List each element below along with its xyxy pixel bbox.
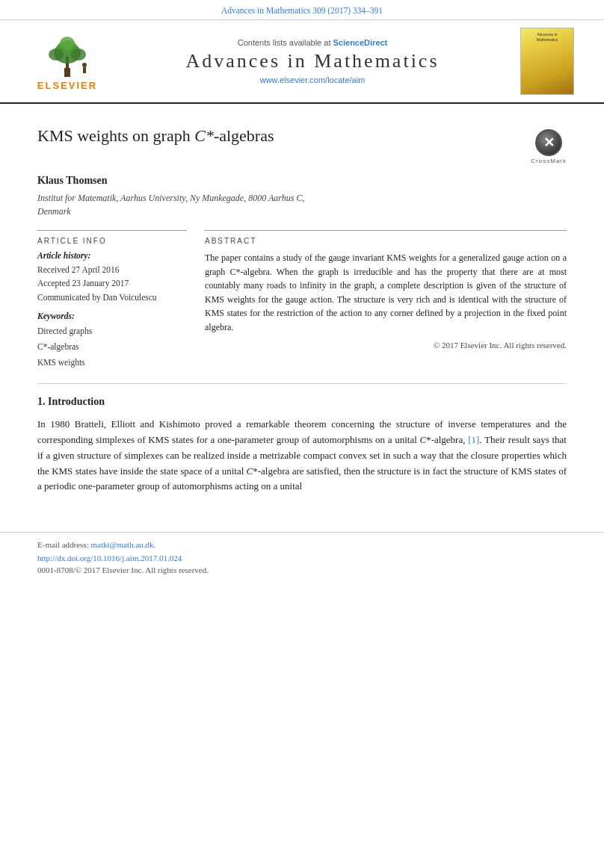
affiliation-line1: Institut for Matematik, Aarhus Universit…	[37, 193, 304, 203]
svg-point-7	[82, 63, 87, 67]
title-prefix: KMS weights on graph	[37, 126, 194, 145]
svg-point-5	[49, 49, 64, 61]
article-info-heading: ARTICLE INFO	[37, 237, 187, 245]
cover-title-text: Advances inMathematics	[537, 32, 558, 42]
paper-content: KMS weights on graph C*-algebras ✕ Cross…	[0, 104, 604, 517]
elsevier-tree-icon	[38, 32, 96, 78]
abstract-column: ABSTRACT The paper contains a study of t…	[205, 230, 567, 370]
article-columns: ARTICLE INFO Article history: Received 2…	[37, 230, 567, 370]
section-divider	[37, 383, 567, 384]
email-label: E-mail address:	[37, 540, 89, 549]
received-date: Received 27 April 2016	[37, 263, 187, 276]
svg-point-6	[71, 49, 86, 61]
keyword-kms-weights: KMS weights	[37, 355, 187, 371]
crossmark-icon: ✕	[535, 129, 562, 156]
author-name: Klaus Thomsen	[37, 175, 567, 187]
keyword-c-star-algebras: C*-algebras	[37, 339, 187, 355]
rights-reserved: 0001-8708/© 2017 Elsevier Inc. All right…	[37, 565, 567, 574]
elsevier-logo: ELSEVIER	[30, 32, 105, 91]
article-info-column: ARTICLE INFO Article history: Received 2…	[37, 230, 187, 370]
email-line: E-mail address: matkt@math.au.dk.	[37, 540, 567, 549]
journal-reference-bar: Advances in Mathematics 309 (2017) 334–3…	[0, 0, 604, 20]
svg-rect-8	[83, 67, 86, 73]
science-direct-line: Contents lists available at ScienceDirec…	[120, 38, 505, 47]
introduction-paragraph: In 1980 Bratteli, Elliott and Kishimoto …	[37, 417, 567, 495]
affiliation-line2: Denmark	[37, 206, 71, 217]
copyright-notice: © 2017 Elsevier Inc. All rights reserved…	[205, 341, 567, 350]
title-italic: C*	[194, 126, 214, 145]
journal-header: ELSEVIER Contents lists available at Sci…	[0, 20, 604, 104]
article-title-text: KMS weights on graph C*-algebras	[37, 126, 274, 146]
keywords-label: Keywords:	[37, 311, 187, 320]
journal-ref-text: Advances in Mathematics 309 (2017) 334–3…	[221, 6, 383, 15]
introduction-heading: 1. Introduction	[37, 396, 567, 408]
journal-cover-thumbnail: Advances inMathematics	[520, 28, 574, 95]
affiliation: Institut for Matematik, Aarhus Universit…	[37, 191, 567, 218]
crossmark-badge: ✕ CrossMark	[531, 129, 567, 164]
article-title-row: KMS weights on graph C*-algebras ✕ Cross…	[37, 126, 567, 164]
journal-title-block: Contents lists available at ScienceDirec…	[120, 38, 505, 84]
article-history-label: Article history:	[37, 251, 187, 260]
svg-point-4	[60, 37, 75, 50]
keyword-directed-graphs: Directed graphs	[37, 323, 187, 339]
footer-area: E-mail address: matkt@math.au.dk. http:/…	[0, 532, 604, 585]
reference-1[interactable]: [1]	[468, 434, 479, 445]
communicated-by: Communicated by Dan Voiculescu	[37, 291, 187, 304]
journal-url[interactable]: www.elsevier.com/locate/aim	[120, 75, 505, 84]
science-direct-link[interactable]: ScienceDirect	[333, 38, 388, 47]
abstract-heading: ABSTRACT	[205, 237, 567, 245]
abstract-text: The paper contains a study of the gauge …	[205, 251, 567, 335]
accepted-date: Accepted 23 January 2017	[37, 276, 187, 290]
doi-link[interactable]: http://dx.doi.org/10.1016/j.aim.2017.01.…	[37, 554, 567, 562]
crossmark-label: CrossMark	[531, 158, 567, 164]
journal-name: Advances in Mathematics	[120, 50, 505, 72]
email-address[interactable]: matkt@math.au.dk.	[90, 540, 155, 549]
contents-label: Contents lists available at	[238, 38, 333, 47]
title-suffix: -algebras	[214, 126, 274, 145]
elsevier-brand-text: ELSEVIER	[37, 80, 97, 91]
